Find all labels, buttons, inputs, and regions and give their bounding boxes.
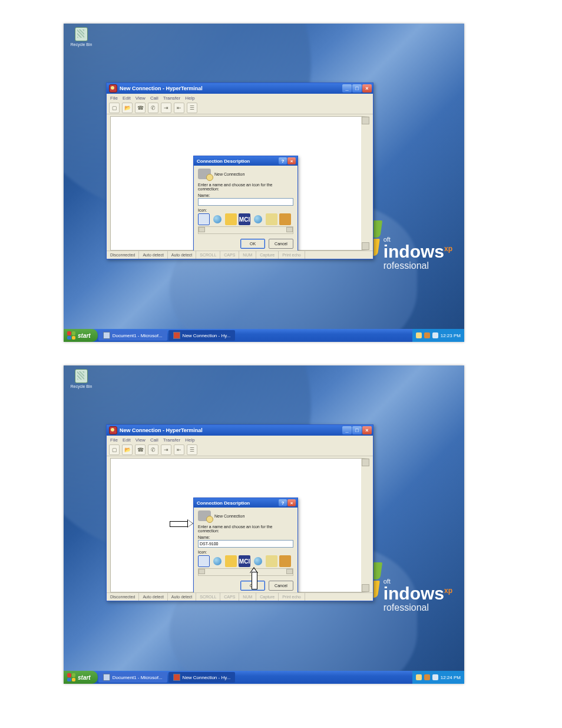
dialog-instruction: Enter a name and choose an icon for the … [198, 525, 293, 533]
cancel-button[interactable]: Cancel [269, 581, 293, 591]
toolbar-send-icon[interactable]: ⇥ [161, 103, 171, 113]
tray-icon-1[interactable] [416, 332, 422, 338]
taskbar-item-document[interactable]: Document1 - Microsof... [98, 330, 167, 341]
start-button[interactable]: start [64, 329, 98, 342]
window-titlebar[interactable]: New Connection - HyperTerminal _ □ × [107, 83, 373, 94]
toolbar: ▢ 📂 ☎ ✆ ⇥ ⇤ ☰ [107, 102, 373, 114]
icon-option-1[interactable] [198, 213, 210, 225]
start-button[interactable]: start [64, 671, 98, 684]
tray-clock[interactable]: 12:23 PM [441, 333, 461, 338]
maximize-button[interactable]: □ [352, 84, 362, 93]
icon-option-6[interactable] [266, 213, 277, 225]
tray-icon-2[interactable] [424, 332, 430, 338]
tray-icon-3[interactable] [432, 332, 438, 338]
terminal-area: Connection Description ? × New Connectio… [110, 116, 369, 251]
taskbar: start Document1 - Microsof... New Connec… [64, 329, 464, 342]
toolbar: ▢ 📂 ☎ ✆ ⇥ ⇤ ☰ [107, 444, 373, 456]
icon-scrollbar[interactable] [198, 568, 293, 576]
icon-option-7[interactable] [279, 555, 291, 567]
system-tray[interactable]: 12:23 PM [412, 329, 464, 342]
menu-edit[interactable]: Edit [123, 437, 131, 443]
connection-description-dialog: Connection Description ? × New Connectio… [193, 498, 298, 595]
dialog-close-button[interactable]: × [287, 157, 296, 164]
menu-call[interactable]: Call [150, 437, 158, 443]
taskbar-item-hyperterminal[interactable]: New Connection - Hy... [168, 672, 236, 683]
toolbar-send-icon[interactable]: ⇥ [161, 444, 171, 455]
system-tray[interactable]: 12:24 PM [412, 671, 464, 684]
status-bar: Disconnected Auto detect Auto detect SCR… [107, 592, 373, 601]
icon-option-2[interactable] [211, 213, 223, 225]
connection-description-dialog: Connection Description ? × New Connectio… [193, 156, 298, 253]
status-bar: Disconnected Auto detect Auto detect SCR… [107, 251, 373, 259]
icon-option-5[interactable] [252, 213, 264, 225]
toolbar-new-icon[interactable]: ▢ [109, 444, 120, 455]
vertical-scrollbar[interactable] [362, 459, 369, 592]
menu-file[interactable]: File [110, 437, 118, 443]
toolbar-receive-icon[interactable]: ⇤ [174, 103, 184, 113]
toolbar-properties-icon[interactable]: ☰ [187, 444, 197, 455]
status-num: NUM [239, 593, 256, 601]
icon-option-4[interactable]: MCI [239, 555, 250, 567]
tray-icon-1[interactable] [416, 674, 422, 680]
dialog-help-button[interactable]: ? [279, 499, 287, 506]
icon-scrollbar[interactable] [198, 226, 293, 234]
toolbar-hangup-icon[interactable]: ✆ [148, 103, 158, 113]
tray-icon-2[interactable] [424, 674, 430, 680]
toolbar-hangup-icon[interactable]: ✆ [148, 444, 158, 455]
dialog-titlebar[interactable]: Connection Description ? × [194, 156, 297, 166]
menu-edit[interactable]: Edit [123, 95, 131, 101]
maximize-button[interactable]: □ [352, 426, 362, 434]
dialog-close-button[interactable]: × [287, 499, 296, 506]
menu-help[interactable]: Help [185, 95, 194, 101]
cancel-button[interactable]: Cancel [269, 239, 293, 249]
tray-icon-3[interactable] [432, 674, 438, 680]
toolbar-new-icon[interactable]: ▢ [109, 103, 120, 113]
menu-call[interactable]: Call [150, 95, 158, 101]
icon-option-3[interactable] [225, 555, 237, 567]
toolbar-receive-icon[interactable]: ⇤ [174, 444, 184, 455]
dialog-help-button[interactable]: ? [279, 157, 287, 164]
window-titlebar[interactable]: New Connection - HyperTerminal _ □ × [107, 425, 373, 436]
annotation-arrow-ok [250, 567, 258, 589]
icon-option-6[interactable] [266, 555, 277, 567]
windows-flag-icon [67, 331, 75, 340]
menu-help[interactable]: Help [185, 437, 194, 443]
name-input[interactable] [198, 198, 293, 206]
window-title: New Connection - HyperTerminal [120, 85, 203, 91]
minimize-button[interactable]: _ [342, 84, 352, 93]
status-capture: Capture [256, 593, 279, 601]
menu-transfer[interactable]: Transfer [163, 437, 181, 443]
icon-picker: MCI [198, 213, 293, 225]
toolbar-open-icon[interactable]: 📂 [122, 103, 133, 113]
menu-transfer[interactable]: Transfer [163, 95, 181, 101]
vertical-scrollbar[interactable] [362, 117, 369, 250]
close-button[interactable]: × [362, 84, 372, 93]
menu-view[interactable]: View [135, 95, 146, 101]
icon-option-5[interactable] [252, 555, 264, 567]
icon-picker: MCI [198, 555, 293, 567]
taskbar-item-document[interactable]: Document1 - Microsof... [98, 672, 167, 683]
icon-option-4[interactable]: MCI [239, 213, 250, 225]
toolbar-open-icon[interactable]: 📂 [122, 444, 133, 455]
recycle-bin-icon[interactable]: Recycle Bin [68, 369, 94, 388]
tray-clock[interactable]: 12:24 PM [441, 675, 461, 680]
hyperterminal-icon [173, 674, 180, 681]
menu-file[interactable]: File [110, 95, 118, 101]
icon-label: Icon: [198, 550, 293, 554]
icon-option-2[interactable] [211, 555, 223, 567]
minimize-button[interactable]: _ [342, 426, 352, 434]
toolbar-properties-icon[interactable]: ☰ [187, 103, 197, 113]
dialog-titlebar[interactable]: Connection Description ? × [194, 498, 297, 508]
recycle-bin-icon[interactable]: Recycle Bin [68, 27, 94, 47]
menu-bar: File Edit View Call Transfer Help [107, 94, 373, 102]
icon-option-3[interactable] [225, 213, 237, 225]
icon-option-1[interactable] [198, 555, 210, 567]
taskbar-item-hyperterminal[interactable]: New Connection - Hy... [168, 330, 236, 341]
icon-option-7[interactable] [279, 213, 291, 225]
name-input[interactable] [198, 540, 293, 548]
toolbar-call-icon[interactable]: ☎ [135, 444, 146, 455]
ok-button[interactable]: OK [240, 239, 265, 249]
toolbar-call-icon[interactable]: ☎ [135, 103, 146, 113]
close-button[interactable]: × [362, 426, 372, 434]
menu-view[interactable]: View [135, 437, 146, 443]
